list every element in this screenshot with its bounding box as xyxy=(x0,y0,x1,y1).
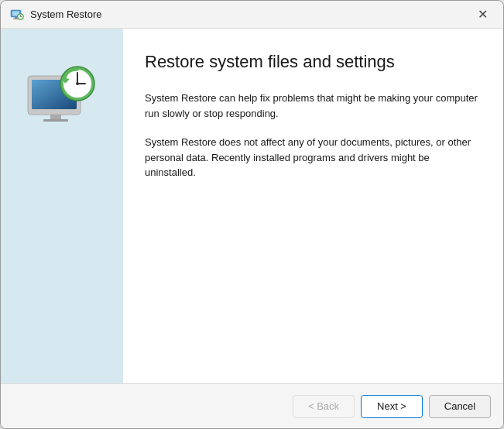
footer-bar: < Back Next > Cancel xyxy=(1,383,503,428)
description-paragraph-1: System Restore can help fix problems tha… xyxy=(145,91,482,121)
right-panel: Restore system files and settings System… xyxy=(123,29,503,383)
page-title: Restore system files and settings xyxy=(145,52,482,72)
next-button[interactable]: Next > xyxy=(361,395,423,418)
back-button[interactable]: < Back xyxy=(293,395,355,418)
cancel-button[interactable]: Cancel xyxy=(429,395,491,418)
title-bar: System Restore ✕ xyxy=(1,1,503,29)
svg-rect-2 xyxy=(15,17,17,19)
window-title: System Restore xyxy=(30,9,471,20)
svg-point-17 xyxy=(76,82,79,85)
svg-rect-9 xyxy=(43,119,68,122)
svg-rect-8 xyxy=(50,115,61,120)
close-button[interactable]: ✕ xyxy=(471,3,494,26)
system-restore-window: System Restore ✕ xyxy=(0,0,504,429)
description-paragraph-2: System Restore does not affect any of yo… xyxy=(145,135,482,180)
left-panel xyxy=(1,29,123,383)
window-icon xyxy=(10,8,24,22)
content-area: Restore system files and settings System… xyxy=(1,29,503,383)
wizard-illustration xyxy=(19,52,105,137)
svg-rect-3 xyxy=(13,19,19,19)
restore-icon xyxy=(22,54,103,136)
